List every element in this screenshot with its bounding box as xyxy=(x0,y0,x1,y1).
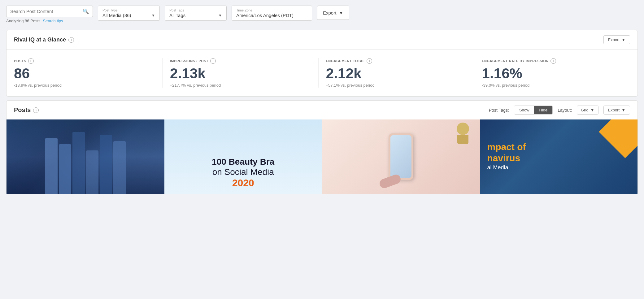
post-4-line2: navirus xyxy=(487,153,526,164)
stat-posts-change: -18.9% vs. previous period xyxy=(14,83,155,88)
stat-engagement-rate-value: 1.16% xyxy=(482,66,623,80)
post-4-text: mpact of navirus al Media xyxy=(487,141,526,171)
post-item-3[interactable] xyxy=(322,119,480,194)
timezone-control: Time Zone America/Los Angeles (PDT) xyxy=(232,6,312,21)
stat-impressions-value: 2.13k xyxy=(170,66,311,80)
posts-title: Posts i xyxy=(14,106,39,114)
post-3-plant xyxy=(455,123,471,144)
post-tags-section-label: Post Tags: xyxy=(489,108,509,113)
post-4-line3: al Media xyxy=(487,164,526,171)
analyzing-text: Analyzing 86 Posts xyxy=(6,19,41,23)
stat-posts-info-icon[interactable]: i xyxy=(28,58,34,64)
posts-export-label: Export xyxy=(608,108,620,112)
glance-export-chevron-icon: ▼ xyxy=(621,37,625,42)
posts-export-button[interactable]: Export ▼ xyxy=(603,106,630,115)
timezone-value: America/Los Angeles (PDT) xyxy=(236,13,307,18)
post-item-4[interactable]: mpact of navirus al Media xyxy=(480,119,638,194)
person-shape-5 xyxy=(100,135,112,194)
stat-posts-label: POSTS i xyxy=(14,58,155,64)
stat-posts-value: 86 xyxy=(14,66,155,80)
glance-card: Rival IQ at a Glance i Export ▼ POSTS i … xyxy=(6,30,638,97)
post-3-hands-bg xyxy=(322,119,480,194)
stat-engagement-total: ENGAGEMENT TOTAL i 2.12k +57.1% vs. prev… xyxy=(318,58,474,88)
person-shape-2 xyxy=(59,144,71,194)
top-export-label: Export xyxy=(323,10,336,15)
stat-engagement-rate-info-icon[interactable]: i xyxy=(550,58,556,64)
layout-chevron-icon: ▼ xyxy=(590,108,594,112)
search-input-container[interactable]: 🔍 xyxy=(6,6,93,17)
stat-engagement-total-label: ENGAGEMENT TOTAL i xyxy=(326,58,467,64)
stat-posts: POSTS i 86 -18.9% vs. previous period xyxy=(14,58,162,88)
posts-controls: Post Tags: Show Hide Layout: Grid ▼ Expo… xyxy=(489,106,630,115)
post-tags-value-row: All Tags ▼ xyxy=(169,13,222,18)
stat-engagement-total-value: 2.12k xyxy=(326,66,467,80)
post-item-2[interactable]: 100 Beauty Bra on Social Media 2020 xyxy=(164,119,322,194)
stat-engagement-total-info-icon[interactable]: i xyxy=(367,58,372,64)
post-3-phone-shape xyxy=(389,133,413,180)
post-2-year-text: 2020 xyxy=(212,177,274,189)
stat-engagement-rate-label: ENGAGEMENT RATE BY IMPRESSION i xyxy=(482,58,623,64)
stat-engagement-total-change: +57.1% vs. previous period xyxy=(326,83,467,88)
stats-row: POSTS i 86 -18.9% vs. previous period IM… xyxy=(7,50,637,96)
post-type-value-row: All Media (86) ▼ xyxy=(102,13,155,18)
stat-engagement-rate-change: -39.0% vs. previous period xyxy=(482,83,623,88)
hide-toggle-button[interactable]: Hide xyxy=(534,106,552,114)
search-icon: 🔍 xyxy=(83,8,89,14)
posts-card-header: Posts i Post Tags: Show Hide Layout: Gri… xyxy=(7,101,637,119)
post-2-sub-text: on Social Media xyxy=(212,167,274,177)
person-shape-4 xyxy=(86,150,98,194)
glance-export-button[interactable]: Export ▼ xyxy=(603,35,630,44)
post-tags-label: Post Tags xyxy=(169,8,222,12)
stat-engagement-rate: ENGAGEMENT RATE BY IMPRESSION i 1.16% -3… xyxy=(474,58,630,88)
search-tips-link[interactable]: Search tips xyxy=(43,19,63,23)
post-tags-chevron-icon: ▼ xyxy=(218,13,222,18)
post-2-main-text: 100 Beauty Bra xyxy=(212,157,274,167)
search-input[interactable] xyxy=(10,9,80,14)
post-3-phone-container xyxy=(389,133,413,180)
glance-card-title: Rival IQ at a Glance i xyxy=(14,37,74,43)
post-2-text: 100 Beauty Bra on Social Media 2020 xyxy=(212,157,274,189)
stat-impressions: IMPRESSIONS / POST i 2.13k +217.7% vs. p… xyxy=(162,58,318,88)
person-shape-1 xyxy=(45,138,58,194)
glance-title-text: Rival IQ at a Glance xyxy=(14,37,66,43)
post-tags-dropdown[interactable]: Post Tags All Tags ▼ xyxy=(165,6,227,21)
top-export-button[interactable]: Export ▼ xyxy=(317,6,349,20)
posts-export-chevron-icon: ▼ xyxy=(621,108,625,112)
glance-info-icon[interactable]: i xyxy=(68,37,74,43)
post-3-plant-top xyxy=(457,123,469,135)
post-3-phone-screen xyxy=(390,135,411,178)
search-wrapper: 🔍 Analyzing 86 Posts Search tips xyxy=(6,6,93,23)
stat-impressions-change: +217.7% vs. previous period xyxy=(170,83,311,88)
show-toggle-button[interactable]: Show xyxy=(514,106,534,114)
person-shape-3 xyxy=(72,132,85,194)
posts-info-icon[interactable]: i xyxy=(33,107,39,113)
stat-impressions-info-icon[interactable]: i xyxy=(210,58,216,64)
posts-card: Posts i Post Tags: Show Hide Layout: Gri… xyxy=(6,100,638,194)
layout-value: Grid xyxy=(581,108,589,112)
glance-export-label: Export xyxy=(608,37,620,42)
timezone-label: Time Zone xyxy=(236,8,307,12)
person-shape-6 xyxy=(113,141,126,194)
post-1-people-bg xyxy=(7,119,164,194)
post-tags-value: All Tags xyxy=(169,13,185,18)
top-bar: 🔍 Analyzing 86 Posts Search tips Post Ty… xyxy=(0,0,644,26)
post-type-value: All Media (86) xyxy=(102,13,131,18)
post-4-line1: mpact of xyxy=(487,141,526,153)
glance-card-header: Rival IQ at a Glance i Export ▼ xyxy=(7,30,637,50)
post-type-dropdown[interactable]: Post Type All Media (86) ▼ xyxy=(98,6,160,21)
layout-label: Layout: xyxy=(558,108,572,113)
post-tags-toggle-group: Show Hide xyxy=(514,106,553,115)
post-type-label: Post Type xyxy=(102,8,155,12)
post-item-1[interactable] xyxy=(7,119,164,194)
search-meta: Analyzing 86 Posts Search tips xyxy=(6,19,93,23)
layout-dropdown[interactable]: Grid ▼ xyxy=(577,106,598,115)
posts-image-grid: 100 Beauty Bra on Social Media 2020 xyxy=(7,119,637,194)
posts-title-text: Posts xyxy=(14,106,31,114)
top-export-chevron-icon: ▼ xyxy=(339,10,343,15)
post-3-pot xyxy=(457,135,468,144)
post-type-chevron-icon: ▼ xyxy=(151,13,155,18)
stat-impressions-label: IMPRESSIONS / POST i xyxy=(170,58,311,64)
